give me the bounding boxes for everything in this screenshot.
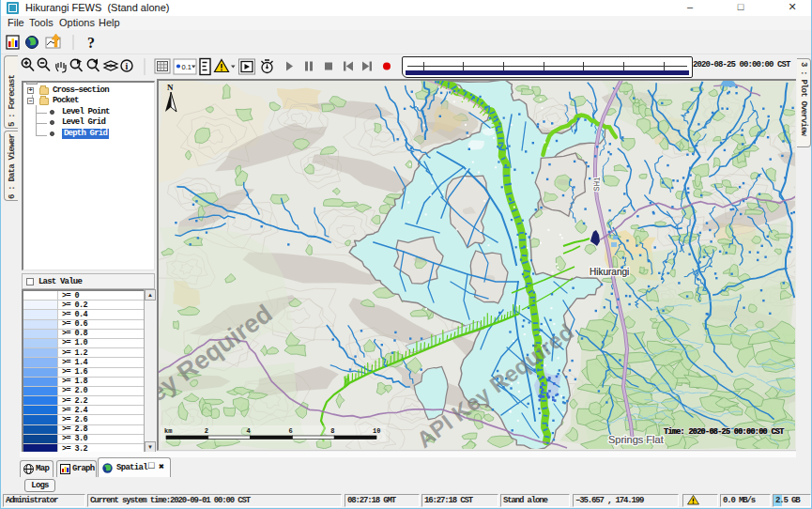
svg-text:i: i (126, 61, 129, 71)
svg-text:Hikurangi: Hikurangi (590, 267, 629, 277)
svg-text:8: 8 (330, 427, 334, 435)
svg-text:4: 4 (247, 427, 251, 435)
svg-text:Springs Flat: Springs Flat (608, 434, 664, 445)
svg-text:10: 10 (373, 427, 380, 435)
svg-text:0.1: 0.1 (182, 63, 192, 71)
svg-text:N: N (167, 83, 174, 92)
svg-text:km: km (164, 427, 172, 435)
svg-text:6: 6 (288, 427, 292, 435)
svg-text:2: 2 (205, 427, 208, 435)
svg-text:SH1: SH1 (592, 177, 602, 193)
svg-text:Time: 2020-08-25 00:00:00 CST: Time: 2020-08-25 00:00:00 CST (664, 427, 784, 437)
svg-text:?: ? (87, 35, 95, 51)
